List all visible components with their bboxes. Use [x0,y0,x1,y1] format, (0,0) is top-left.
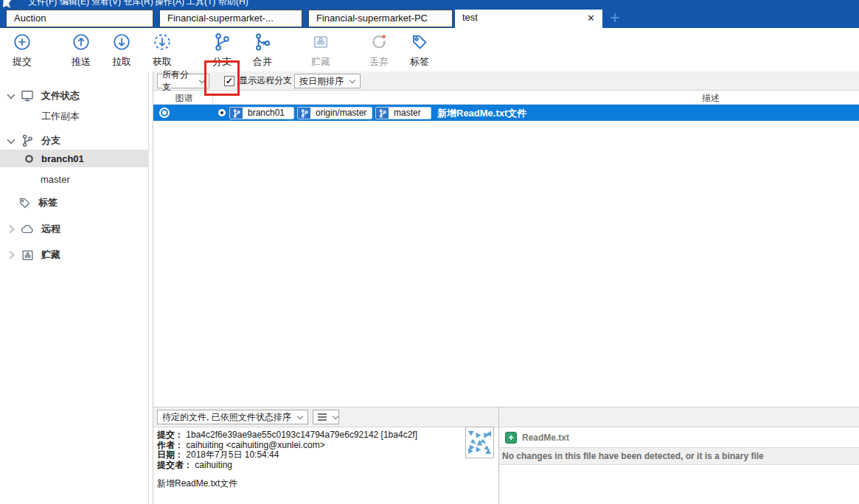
head-indicator-icon [218,109,226,116]
ref-name: origin/master [310,108,372,119]
tab-label: test [462,12,478,23]
menu-view[interactable]: 查看(V) [91,0,121,8]
branch-icon [298,108,310,119]
pending-files-dropdown[interactable]: 待定的文件, 已依照文件状态排序 [157,410,308,424]
column-header-graph[interactable]: 图谱 [164,92,204,105]
sidebar-item-label: 贮藏 [41,248,60,262]
ref-name: master [389,108,431,119]
column-header-description[interactable]: 描述 [681,92,740,105]
sidebar-item-label: 分支 [41,134,60,147]
chevron-right-icon[interactable] [7,225,15,233]
commit-row-selected[interactable]: branch01 origin/master master 新增ReadMe.t… [153,105,859,121]
file-status-message: No changes in this file have been detect… [502,451,764,461]
sidebar-item-file-status[interactable]: 文件状态 [0,87,149,105]
main-toolbar: 提交 推送 拉取 获取 分支 [0,28,859,71]
sort-order-dropdown[interactable]: 按日期排序 [294,74,361,88]
sidebar-item-label: 文件状态 [41,89,80,102]
menu-bar: 文件(F) 编辑(E) 查看(V) 仓库(R) 操作(A) 工具(T) 帮助(H… [0,0,859,8]
chevron-right-icon[interactable] [7,251,15,259]
tab-close-icon[interactable]: ✕ [587,13,595,24]
view-options-dropdown[interactable] [313,410,339,424]
commit-message: 新增ReadMe.txt文件 [437,107,526,120]
chevron-down-icon[interactable] [7,137,15,144]
file-filter-bar: 待定的文件, 已依照文件状态排序 [153,407,859,427]
commit-full-message: 新增ReadMe.txt文件 [157,477,237,490]
ref-label-master[interactable]: master [375,107,431,119]
file-row-readme[interactable]: + ReadMe.txt [499,427,859,448]
file-added-icon: + [505,432,517,444]
sidebar-item-master[interactable]: master [0,170,149,188]
fetch-button[interactable]: 获取 [136,31,188,69]
fetch-label: 获取 [136,55,188,69]
menu-edit[interactable]: 编辑(E) [60,0,89,8]
tag-button[interactable]: 标签 [394,31,445,69]
sidebar-item-label: 标签 [38,196,58,209]
menu-help[interactable]: 帮助(H) [218,0,248,8]
tab-bar: Auction Financial-supermarket-... Financ… [0,8,859,28]
branch-icon [230,108,243,119]
chevron-down-icon[interactable] [7,92,15,99]
sidebar-item-branch01[interactable]: branch01 [0,150,149,167]
column-divider[interactable] [212,91,213,105]
fetch-dashed-arrow-icon [136,31,188,53]
show-remote-label: 显示远程分支 [239,74,292,87]
commit-hash-label: 提交： [157,430,184,440]
hamburger-icon [318,413,327,421]
tab-auction[interactable]: Auction [6,10,153,27]
tab-test[interactable]: test ✕ [455,10,602,28]
commit-hash-value: 1ba4c2f6e39ae9ae55c0193c14794a79e6c92142… [186,430,417,440]
menu-file[interactable]: 文件(F) [28,0,57,8]
history-panel: 所有分支 ✓ 显示远程分支 按日期排序 图谱 描述 [153,71,859,504]
sidebar-group-remotes[interactable]: 远程 [0,220,149,238]
sidebar-group-stashes[interactable]: 贮藏 [0,246,149,264]
file-status-message-row: No changes in this file have been detect… [499,448,859,465]
changed-files-pane: + ReadMe.txt No changes in this file hav… [499,427,859,504]
merge-button[interactable]: 合并 [237,31,288,69]
date-value: 2018年7月5日 10:54:44 [186,449,279,460]
tab-financial-supermarket-pc[interactable]: Financial-supermarket-PC [308,10,453,27]
sidebar-item-label: 工作副本 [41,110,80,123]
new-tab-button[interactable]: + [605,8,625,28]
graph-node-icon [159,108,170,118]
commit-button[interactable]: 提交 [0,31,48,69]
author-avatar [465,427,494,458]
ref-label-origin-master[interactable]: origin/master [297,107,372,119]
tag-icon [394,31,445,53]
commit-metadata: 提交： 1ba4c2f6e39ae9ae55c0193c14794a79e6c9… [157,430,417,470]
stash-box-icon [295,31,347,53]
chevron-down-icon [297,414,303,420]
sort-order-value: 按日期排序 [299,75,344,88]
ref-label-branch01[interactable]: branch01 [229,107,294,119]
commit-label: 提交 [0,55,48,69]
tab-label: Financial-supermarket-... [167,13,274,24]
sourcetree-window: 文件(F) 编辑(E) 查看(V) 仓库(R) 操作(A) 工具(T) 帮助(H… [0,0,859,504]
stash-button[interactable]: 贮藏 [295,31,347,69]
sidebar-group-branches[interactable]: 分支 [0,132,149,150]
author-value: caihuiting <caihuiting@xunlei.com> [186,440,324,450]
sidebar-item-label: master [41,174,70,185]
sidebar-item-label: 远程 [41,223,60,236]
show-remote-checkbox[interactable]: ✓ [224,76,234,86]
file-name: ReadMe.txt [522,433,569,443]
branch-icon [19,134,35,147]
app-logo-icon [2,0,14,8]
commit-plus-icon [0,31,48,53]
sidebar-item-working-copy[interactable]: 工作副本 [0,108,149,125]
tab-financial-supermarket[interactable]: Financial-supermarket-... [159,10,302,27]
tag-label: 标签 [394,55,445,69]
menu-actions[interactable]: 操作(A) [155,0,184,8]
tag-icon [16,196,32,210]
chevron-down-icon [333,414,334,420]
menu-tools[interactable]: 工具(T) [187,0,215,8]
chevron-down-icon [349,78,355,84]
history-table-header: 图谱 描述 [153,91,859,105]
pending-files-value: 待定的文件, 已依照文件状态排序 [162,411,291,424]
branch-filter-dropdown[interactable]: 所有分支 [157,74,209,88]
history-filter-bar: 所有分支 ✓ 显示远程分支 按日期排序 [153,71,859,91]
sidebar-item-label: branch01 [41,153,84,164]
sidebar-group-tags[interactable]: 标签 [0,194,149,211]
stash-label: 贮藏 [295,55,347,69]
committer-value: caihuiting [195,460,232,470]
menu-repo[interactable]: 仓库(R) [123,0,153,8]
author-label: 作者： [157,440,184,450]
